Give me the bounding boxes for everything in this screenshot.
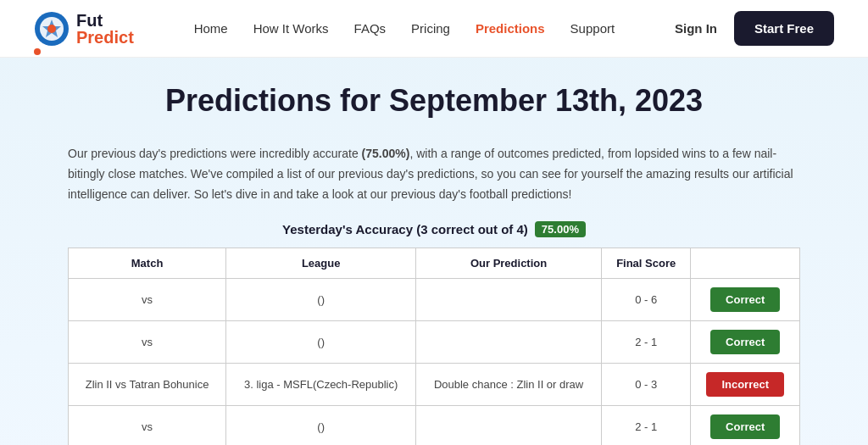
nav-how-it-works[interactable]: How It Works [253,21,329,36]
col-prediction: Our Prediction [416,248,602,279]
accuracy-label: Yesterday's Accuracy (3 correct out of 4… [68,221,800,237]
page-title: Predictions for September 13th, 2023 [68,83,800,119]
cell-result: Correct [691,321,800,364]
cell-prediction [416,406,602,445]
logo: Fut Predict [34,11,134,47]
nav-predictions[interactable]: Predictions [476,21,545,36]
cell-league: () [226,321,416,364]
cell-match: vs [69,279,226,321]
cell-league: 3. liga - MSFL(Czech-Republic) [226,364,416,406]
cell-score: 2 - 1 [601,406,691,445]
nav-home[interactable]: Home [194,21,228,36]
correct-button[interactable]: Correct [710,330,780,354]
logo-dot [34,48,41,55]
correct-button[interactable]: Correct [710,414,780,439]
main-content: Predictions for September 13th, 2023 Our… [0,58,868,445]
cell-result: Correct [691,279,800,321]
cell-prediction [416,279,602,321]
cell-result: Incorrect [691,364,800,406]
sign-in-link[interactable]: Sign In [675,21,717,36]
svg-point-3 [47,25,56,33]
table-row: vs()0 - 6Correct [69,279,800,321]
nav-support[interactable]: Support [570,21,615,36]
main-nav: Home How It Works FAQs Pricing Predictio… [194,21,615,36]
table-header: Match League Our Prediction Final Score [69,248,800,279]
correct-button[interactable]: Correct [710,287,780,312]
cell-score: 0 - 3 [601,364,691,406]
col-league: League [226,248,416,279]
col-match: Match [69,248,226,279]
incorrect-button[interactable]: Incorrect [706,372,784,397]
table-row: Zlin II vs Tatran Bohunice3. liga - MSFL… [69,364,800,406]
table-body: vs()0 - 6Correctvs()2 - 1CorrectZlin II … [69,279,800,445]
table-row: vs()2 - 1Correct [69,406,800,445]
description-text: Our previous day's predictions were incr… [68,144,800,204]
col-score: Final Score [601,248,691,279]
cell-match: vs [69,406,226,445]
cell-result: Correct [691,406,800,445]
cell-league: () [226,406,416,445]
start-free-button[interactable]: Start Free [734,11,834,46]
header: Fut Predict Home How It Works FAQs Prici… [0,0,868,58]
logo-predict: Predict [76,29,134,46]
predictions-table: Match League Our Prediction Final Score … [68,248,800,445]
table-row: vs()2 - 1Correct [69,321,800,364]
accuracy-badge: 75.00% [535,221,586,237]
cell-league: () [226,279,416,321]
cell-match: Zlin II vs Tatran Bohunice [69,364,226,406]
cell-score: 0 - 6 [601,279,691,321]
logo-text: Fut Predict [76,12,134,46]
cell-prediction: Double chance : Zlin II or draw [416,364,602,406]
logo-fut: Fut [76,12,134,29]
cell-score: 2 - 1 [601,321,691,364]
logo-icon [34,11,70,47]
header-right: Sign In Start Free [675,11,834,46]
nav-faqs[interactable]: FAQs [354,21,387,36]
accuracy-text: Yesterday's Accuracy (3 correct out of 4… [282,222,528,236]
col-result [691,248,800,279]
nav-pricing[interactable]: Pricing [411,21,450,36]
cell-prediction [416,321,602,364]
cell-match: vs [69,321,226,364]
